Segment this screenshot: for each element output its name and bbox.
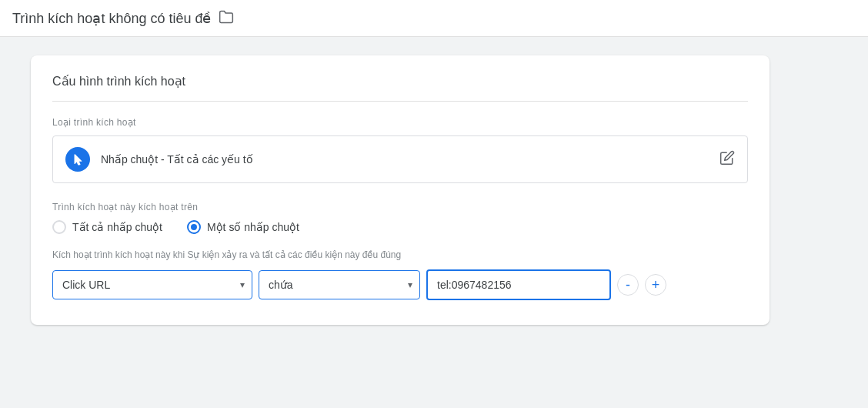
conditions-section: Kích hoạt trình kích hoạt này khi Sự kiệ… [52,249,748,300]
edit-trigger-type-icon[interactable] [719,150,735,169]
trigger-type-box: Nhấp chuột - Tất cả các yếu tố [52,135,748,183]
field-dropdown-wrapper: Click URL Click Element Click Classes Cl… [52,270,252,299]
radio-some-clicks[interactable]: Một số nhấp chuột [187,220,299,234]
click-type-icon [65,147,90,172]
radio-all-clicks[interactable]: Tất cả nhấp chuột [52,220,162,234]
remove-condition-button[interactable]: - [617,274,639,296]
operator-dropdown[interactable]: chứa bằng bắt đầu bằng kết thúc bằng khớ… [259,270,420,299]
trigger-type-name: Nhấp chuột - Tất cả các yếu tố [101,153,253,166]
top-bar: Trình kích hoạt không có tiêu đề [0,0,868,37]
folder-icon[interactable] [219,9,234,28]
card-title: Cấu hình trình kích hoạt [52,74,748,102]
radio-some-circle [187,220,201,234]
config-card: Cấu hình trình kích hoạt Loại trình kích… [31,55,770,325]
conditions-label: Kích hoạt trình kích hoạt này khi Sự kiệ… [52,249,748,260]
add-condition-button[interactable]: + [645,274,666,296]
fires-on-label: Trình kích hoạt này kích hoạt trên [52,202,748,212]
page-title: Trình kích hoạt không có tiêu đề [12,9,234,28]
main-content: Cấu hình trình kích hoạt Loại trình kích… [0,37,868,343]
fires-on-section: Trình kích hoạt này kích hoạt trên Tất c… [52,202,748,234]
trigger-type-label: Loại trình kích hoạt [52,117,748,128]
trigger-type-left: Nhấp chuột - Tất cả các yếu tố [65,147,253,172]
radio-all-circle [52,220,66,234]
radio-all-label: Tất cả nhấp chuột [72,221,162,233]
radio-group: Tất cả nhấp chuột Một số nhấp chuột [52,220,748,234]
page-title-text: Trình kích hoạt không có tiêu đề [12,10,211,27]
condition-value-input[interactable] [426,269,611,300]
field-dropdown[interactable]: Click URL Click Element Click Classes Cl… [52,270,252,299]
condition-row: Click URL Click Element Click Classes Cl… [52,269,748,300]
radio-some-label: Một số nhấp chuột [207,221,299,233]
operator-dropdown-wrapper: chứa bằng bắt đầu bằng kết thúc bằng khớ… [259,270,420,299]
